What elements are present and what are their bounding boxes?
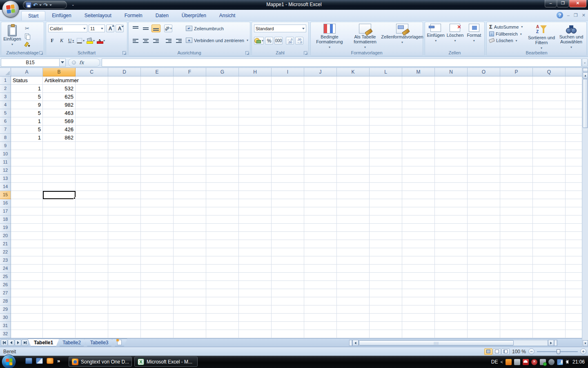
cell-F19[interactable] <box>174 224 206 232</box>
cell-F16[interactable] <box>174 199 206 207</box>
cell-P7[interactable] <box>500 126 533 134</box>
cell-Q11[interactable] <box>533 158 566 166</box>
page-break-view-button[interactable] <box>501 348 510 355</box>
number-format-select[interactable]: Standard <box>254 25 306 32</box>
cell-C13[interactable] <box>76 175 108 183</box>
cell-I1[interactable] <box>272 76 304 85</box>
cell-Q23[interactable] <box>533 256 566 265</box>
cell-A16[interactable] <box>11 199 43 207</box>
cell-M4[interactable] <box>402 101 435 109</box>
cell-Q4[interactable] <box>533 101 566 109</box>
cell-P22[interactable] <box>500 248 533 256</box>
cell-L3[interactable] <box>370 93 402 101</box>
cell-L30[interactable] <box>370 314 402 322</box>
cell-I7[interactable] <box>272 126 304 134</box>
cell-Q28[interactable] <box>533 297 566 305</box>
formula-input[interactable] <box>102 58 581 67</box>
cell-A14[interactable] <box>11 183 43 191</box>
column-header-G[interactable]: G <box>206 68 239 76</box>
clipboard-dialog-launcher-icon[interactable] <box>39 51 43 55</box>
cell-O4[interactable] <box>468 101 500 109</box>
cell-F25[interactable] <box>174 273 206 281</box>
select-all-corner[interactable] <box>0 68 11 76</box>
cell-H9[interactable] <box>239 142 272 150</box>
cell-E4[interactable] <box>141 101 174 109</box>
cell-G21[interactable] <box>206 240 239 248</box>
cell-K21[interactable] <box>337 240 370 248</box>
cell-M26[interactable] <box>402 281 435 289</box>
column-header-K[interactable]: K <box>337 68 370 76</box>
start-button[interactable] <box>2 355 16 368</box>
cell-I21[interactable] <box>272 240 304 248</box>
cell-K22[interactable] <box>337 248 370 256</box>
cell-J23[interactable] <box>304 256 337 265</box>
font-name-select[interactable]: Calibri <box>48 25 87 32</box>
cell-Q13[interactable] <box>533 175 566 183</box>
cell-partial-25[interactable] <box>566 273 582 281</box>
cell-G16[interactable] <box>206 199 239 207</box>
cell-L15[interactable] <box>370 191 402 199</box>
cell-G12[interactable] <box>206 166 239 175</box>
cell-P28[interactable] <box>500 297 533 305</box>
cell-N5[interactable] <box>435 109 468 117</box>
cell-C31[interactable] <box>76 322 108 330</box>
cell-F26[interactable] <box>174 281 206 289</box>
cell-P17[interactable] <box>500 207 533 215</box>
cell-Q7[interactable] <box>533 126 566 134</box>
cell-E12[interactable] <box>141 166 174 175</box>
cell-B17[interactable] <box>43 207 76 215</box>
cell-N9[interactable] <box>435 142 468 150</box>
cell-O17[interactable] <box>468 207 500 215</box>
cell-Q8[interactable] <box>533 134 566 142</box>
cell-A11[interactable] <box>11 158 43 166</box>
column-header-O[interactable]: O <box>468 68 500 76</box>
cell-E6[interactable] <box>141 117 174 126</box>
cell-A10[interactable] <box>11 150 43 158</box>
workbook-minimize-icon[interactable]: – <box>567 12 570 18</box>
cell-K12[interactable] <box>337 166 370 175</box>
cell-D32[interactable] <box>108 330 141 338</box>
cell-F27[interactable] <box>174 289 206 297</box>
row-header-15[interactable]: 15 <box>0 191 11 199</box>
cell-L13[interactable] <box>370 175 402 183</box>
cell-A5[interactable]: 5 <box>11 109 43 117</box>
cell-I32[interactable] <box>272 330 304 338</box>
cell-J3[interactable] <box>304 93 337 101</box>
cell-B1[interactable]: Artikelnummer <box>43 76 76 85</box>
cell-O1[interactable] <box>468 76 500 85</box>
cell-I15[interactable] <box>272 191 304 199</box>
cell-L32[interactable] <box>370 330 402 338</box>
cell-K26[interactable] <box>337 281 370 289</box>
cell-F1[interactable] <box>174 76 206 85</box>
cell-D10[interactable] <box>108 150 141 158</box>
increase-font-button[interactable]: A <box>106 25 114 32</box>
cell-Q30[interactable] <box>533 314 566 322</box>
cell-D27[interactable] <box>108 289 141 297</box>
cell-B29[interactable] <box>43 305 76 314</box>
cell-Q22[interactable] <box>533 248 566 256</box>
cell-E13[interactable] <box>141 175 174 183</box>
cell-F18[interactable] <box>174 215 206 224</box>
row-header-31[interactable]: 31 <box>0 322 11 330</box>
cell-B8[interactable]: 862 <box>43 134 76 142</box>
cell-L14[interactable] <box>370 183 402 191</box>
close-button[interactable]: ✕ <box>569 0 586 7</box>
cell-C24[interactable] <box>76 265 108 273</box>
cell-H25[interactable] <box>239 273 272 281</box>
paste-button[interactable]: Einfügen <box>3 23 22 49</box>
tab-seitenlayout[interactable]: Seitenlayout <box>78 11 118 20</box>
cell-Q5[interactable] <box>533 109 566 117</box>
row-header-25[interactable]: 25 <box>0 273 11 281</box>
cell-B4[interactable]: 982 <box>43 101 76 109</box>
cell-Q25[interactable] <box>533 273 566 281</box>
cell-J5[interactable] <box>304 109 337 117</box>
name-box-dropdown-icon[interactable] <box>60 58 66 67</box>
cell-O18[interactable] <box>468 215 500 224</box>
tray-expand-icon[interactable]: < <box>501 359 503 364</box>
cell-D14[interactable] <box>108 183 141 191</box>
cell-B31[interactable] <box>43 322 76 330</box>
cell-partial-16[interactable] <box>566 199 582 207</box>
cell-K30[interactable] <box>337 314 370 322</box>
cell-M13[interactable] <box>402 175 435 183</box>
insert-function-button[interactable]: fx <box>68 58 100 67</box>
